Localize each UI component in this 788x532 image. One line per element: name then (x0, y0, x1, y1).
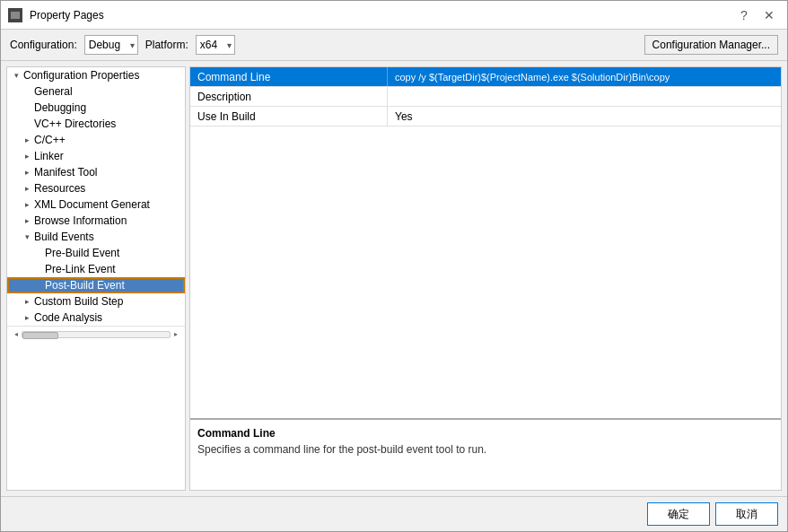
config-manager-button[interactable]: Configuration Manager... (644, 35, 778, 55)
tree-label: XML Document Generat (34, 198, 150, 211)
dialog-title: Property Pages (30, 9, 104, 22)
confirm-button[interactable]: 确定 (647, 502, 710, 526)
tree-item-general[interactable]: General (7, 83, 185, 100)
bottom-bar: 确定 取消 (1, 496, 787, 531)
scroll-right-icon[interactable]: ▸ (171, 329, 181, 340)
help-button[interactable]: ? (733, 6, 755, 24)
scrollbar-thumb[interactable] (22, 332, 58, 339)
prop-row-command-line[interactable]: Command Line copy /y $(TargetDir)$(Proje… (190, 67, 781, 87)
tree-label: Custom Build Step (34, 295, 123, 308)
config-label: Configuration: (10, 39, 77, 51)
description-panel: Command Line Specifies a command line fo… (190, 418, 781, 490)
tree-item-post-build[interactable]: Post-Build Event (7, 277, 185, 293)
tree-item-xml-doc[interactable]: ▸ XML Document Generat (7, 196, 185, 213)
tree-label: Manifest Tool (34, 166, 97, 179)
expander-icon: ▸ (22, 216, 32, 225)
tree-item-debugging[interactable]: Debugging (7, 100, 185, 116)
expander-icon: ▸ (22, 135, 32, 144)
tree-label: VC++ Directories (34, 118, 116, 130)
expander-icon: ▸ (22, 184, 32, 193)
cancel-button[interactable]: 取消 (715, 502, 778, 526)
prop-value-command-line: copy /y $(TargetDir)$(ProjectName).exe $… (388, 67, 781, 86)
expander-icon: ▸ (22, 200, 32, 209)
tree-label: Pre-Link Event (45, 263, 116, 275)
expander-icon: ▸ (22, 168, 32, 177)
tree-item-vc-dirs[interactable]: VC++ Directories (7, 116, 185, 132)
expander-icon: ▸ (22, 152, 32, 161)
description-title: Command Line (197, 427, 774, 440)
platform-select-wrapper: x64 (196, 35, 235, 55)
horizontal-scrollbar[interactable]: ◂ ▸ (7, 326, 185, 342)
tree-label: General (34, 85, 73, 98)
prop-name-use-in-build: Use In Build (190, 107, 388, 126)
tree-label: Linker (34, 150, 64, 162)
platform-label: Platform: (145, 39, 188, 51)
prop-value-description (388, 87, 781, 106)
tree-item-resources[interactable]: ▸ Resources (7, 180, 185, 196)
tree-label: Resources (34, 182, 85, 195)
description-text: Specifies a command line for the post-bu… (197, 443, 774, 456)
close-button[interactable]: ✕ (758, 6, 780, 24)
tree-label: Pre-Build Event (45, 247, 119, 259)
tree-item-code-analysis[interactable]: ▸ Code Analysis (7, 310, 185, 326)
config-bar: Configuration: Debug Platform: x64 Confi… (1, 30, 787, 61)
prop-name-description: Description (190, 87, 388, 106)
tree-item-custom-build[interactable]: ▸ Custom Build Step (7, 293, 185, 310)
tree-item-manifest-tool[interactable]: ▸ Manifest Tool (7, 164, 185, 180)
expander-icon: ▸ (22, 297, 32, 306)
tree-item-config-props[interactable]: ▾ Configuration Properties (7, 67, 185, 83)
svg-rect-1 (11, 12, 20, 19)
title-bar-controls: ? ✕ (733, 6, 780, 24)
tree-label: Debugging (34, 101, 86, 114)
prop-value-use-in-build: Yes (388, 107, 781, 126)
title-bar-left: Property Pages (8, 8, 104, 22)
prop-name-command-line: Command Line (190, 67, 388, 86)
tree-item-browse-info[interactable]: ▸ Browse Information (7, 213, 185, 229)
scrollbar-track (22, 331, 171, 338)
tree-item-cpp[interactable]: ▸ C/C++ (7, 132, 185, 148)
expander-icon: ▸ (22, 313, 32, 322)
prop-row-use-in-build[interactable]: Use In Build Yes (190, 107, 781, 126)
expander-icon: ▾ (11, 71, 22, 80)
tree-label: Browse Information (34, 214, 127, 227)
property-pages-dialog: Property Pages ? ✕ Configuration: Debug … (0, 0, 788, 532)
config-select-wrapper: Debug (84, 35, 138, 55)
title-bar: Property Pages ? ✕ (1, 1, 787, 30)
platform-select[interactable]: x64 (196, 35, 235, 55)
property-table: Command Line copy /y $(TargetDir)$(Proje… (190, 67, 781, 418)
main-content: ▾ Configuration Properties General Debug… (1, 61, 787, 496)
scroll-left-icon[interactable]: ◂ (11, 329, 22, 340)
tree-label: Configuration Properties (23, 69, 139, 82)
tree-item-build-events[interactable]: ▾ Build Events (7, 229, 185, 245)
tree-panel: ▾ Configuration Properties General Debug… (6, 66, 186, 491)
tree-label: C/C++ (34, 134, 66, 146)
tree-item-pre-build[interactable]: Pre-Build Event (7, 245, 185, 261)
right-panel: Command Line copy /y $(TargetDir)$(Proje… (189, 66, 782, 491)
expander-icon: ▾ (22, 232, 32, 241)
app-icon (8, 8, 22, 22)
prop-row-description[interactable]: Description (190, 87, 781, 107)
tree-label: Post-Build Event (45, 279, 125, 292)
tree-item-linker[interactable]: ▸ Linker (7, 148, 185, 164)
tree-item-pre-link[interactable]: Pre-Link Event (7, 261, 185, 277)
tree-label: Code Analysis (34, 311, 102, 324)
tree-label: Build Events (34, 231, 94, 243)
config-select[interactable]: Debug (84, 35, 138, 55)
